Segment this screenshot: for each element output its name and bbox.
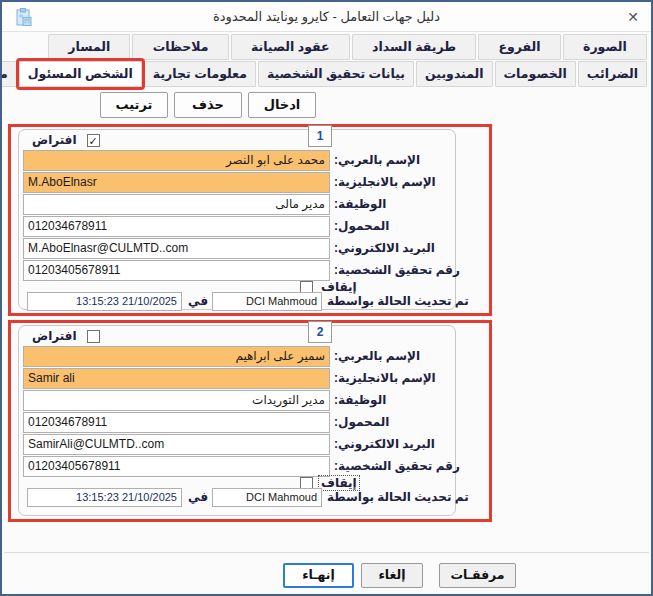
national-id-field[interactable]: 01203405678911 [23,456,330,477]
email-label: البريد الالكتروني: [334,434,461,455]
title-bar: دليل جهات التعامل - كايرو يونايتد المحدو… [2,2,651,32]
arabic-name-label: الإسم بالعربي: [334,346,461,367]
tab-payment-method[interactable]: طريقة السداد [352,34,476,60]
annotation-highlight-record-2: 2 افتراض سمير على ابراهيم الإسم بالعربي:… [8,320,492,522]
updated-at-field[interactable]: 13:15:23 21/10/2025 [27,488,182,507]
delete-button[interactable]: حذف [174,92,242,118]
tab-maintenance-contracts[interactable]: عقود الصيانة [231,34,350,60]
tab-branches[interactable]: الفروع [478,34,561,60]
job-label: الوظيفة: [334,390,461,411]
updated-by-label: تم تحديث الحالة بواسطة [327,292,485,311]
contacts-directory-dialog: دليل جهات التعامل - كايرو يونايتد المحدو… [0,0,653,596]
attachments-button[interactable]: مرفقـات [439,563,516,588]
at-label: في [187,292,209,311]
national-id-field[interactable]: 01203405678911 [23,260,330,281]
arabic-name-field[interactable]: محمد على ابو النصر [23,150,330,171]
tab-identity-verification-data[interactable]: بيانات تحقيق الشخصية [258,61,414,87]
mobile-label: المحمول: [334,216,461,237]
cancel-button[interactable]: إلغاء [361,563,423,588]
sort-button[interactable]: ترتيب [100,92,168,118]
record-number-badge: 1 [308,125,332,147]
close-icon[interactable]: ✕ [627,9,639,25]
arabic-name-field[interactable]: سمير على ابراهيم [23,346,330,367]
arabic-name-label: الإسم بالعربي: [334,150,461,171]
record-toolbar: ادخال حذف ترتيب [100,92,316,118]
finish-button[interactable]: إنهـاء [283,563,354,588]
national-id-label: رقم تحقيق الشخصية: [334,260,461,281]
default-checkbox[interactable] [87,330,100,343]
tab-picture[interactable]: الصورة [563,34,647,60]
at-label: في [187,488,209,507]
updated-by-label: تم تحديث الحالة بواسطة [327,488,485,507]
english-name-label: الإسم بالانجليزية: [334,172,461,193]
tab-discounts[interactable]: الخصومات [495,61,576,87]
email-label: البريد الالكتروني: [334,238,461,259]
email-field[interactable]: SamirAli@CULMTD..com [23,434,330,455]
national-id-label: رقم تحقيق الشخصية: [334,456,461,477]
email-field[interactable]: M.AboElnasr@CULMTD..com [23,238,330,259]
tab-path[interactable]: المسار [48,34,130,60]
tab-strip-bottom: الضرائب الخصومات المندوبين بيانات تحقيق … [6,61,647,87]
annotation-highlight-record-1: 1 افتراض ✓ محمد على ابو النصر الإسم بالع… [8,124,492,316]
tab-representatives[interactable]: المندوبين [416,61,493,87]
tab-notes[interactable]: ملاحظات [132,34,228,60]
updated-by-field[interactable]: DCI Mahmoud [212,292,322,311]
tab-general-info[interactable]: معلومات عامة [0,61,17,87]
job-field[interactable]: مدير التوريدات [23,390,330,411]
job-label: الوظيفة: [334,194,461,215]
mobile-field[interactable]: 012034678911 [23,216,330,237]
updated-by-field[interactable]: DCI Mahmoud [212,488,322,507]
default-label: افتراض [32,133,77,147]
english-name-field[interactable]: M.AboElnasr [23,172,330,193]
job-field[interactable]: مدير مالى [23,194,330,215]
mobile-field[interactable]: 012034678911 [23,412,330,433]
insert-button[interactable]: ادخال [248,92,316,118]
default-label: افتراض [32,329,77,343]
record-number-badge: 2 [308,321,332,343]
default-checkbox[interactable]: ✓ [87,134,100,147]
footer-divider [4,552,649,553]
english-name-label: الإسم بالانجليزية: [334,368,461,389]
dialog-title: دليل جهات التعامل - كايرو يونايتد المحدو… [2,2,651,32]
updated-at-field[interactable]: 13:15:23 21/10/2025 [27,292,182,311]
mobile-label: المحمول: [334,412,461,433]
tab-commercial-info[interactable]: معلومات تجارية [144,61,256,87]
tab-strip-top: الصورة الفروع طريقة السداد عقود الصيانة … [48,34,647,60]
tab-taxes[interactable]: الضرائب [578,61,647,87]
tab-responsible-person[interactable]: الشخص المسئول [19,61,142,87]
english-name-field[interactable]: Samir ali [23,368,330,389]
